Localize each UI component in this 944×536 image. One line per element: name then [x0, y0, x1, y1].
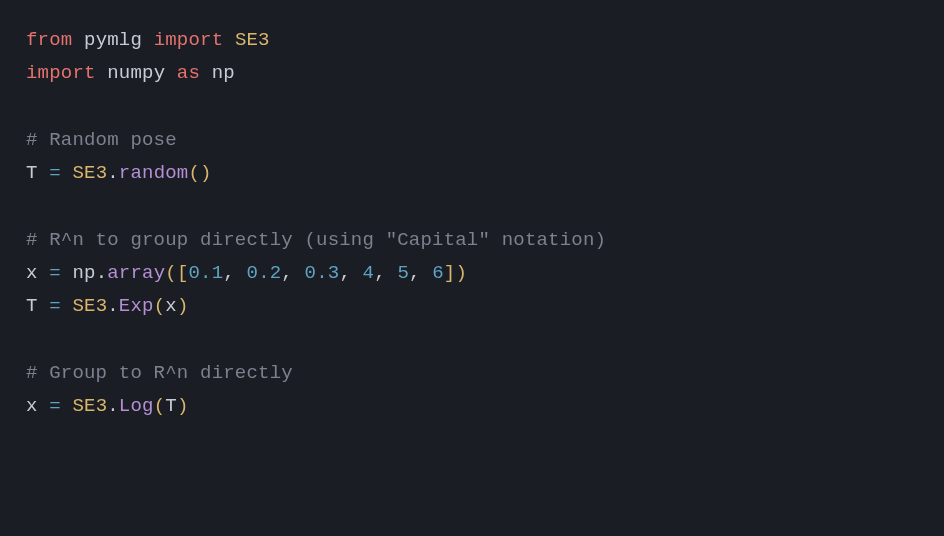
alias-np: np [212, 62, 235, 84]
line-t-exp: T = SE3.Exp(x) [26, 295, 189, 317]
operator-eq: = [49, 295, 61, 317]
class-se3: SE3 [72, 395, 107, 417]
method-exp: Exp [119, 295, 154, 317]
comment-group-to-rn: # Group to R^n directly [26, 362, 293, 384]
number: 4 [363, 262, 375, 284]
keyword-as: as [177, 62, 200, 84]
var-t: T [26, 162, 38, 184]
operator-eq: = [49, 395, 61, 417]
paren-open: ( [154, 395, 166, 417]
number: 0.1 [189, 262, 224, 284]
comma: , [409, 262, 421, 284]
paren-close: ) [177, 295, 189, 317]
number: 0.3 [305, 262, 340, 284]
paren-open: ( [165, 262, 177, 284]
module-pymlg: pymlg [84, 29, 142, 51]
arg-x: x [165, 295, 177, 317]
comma: , [223, 262, 235, 284]
dot: . [96, 262, 108, 284]
number: 0.2 [247, 262, 282, 284]
paren-open: ( [188, 162, 200, 184]
comma: , [281, 262, 293, 284]
keyword-from: from [26, 29, 72, 51]
operator-eq: = [49, 162, 61, 184]
class-se3: SE3 [235, 29, 270, 51]
var-x: x [26, 262, 38, 284]
method-array: array [107, 262, 165, 284]
line-t-random: T = SE3.random() [26, 162, 212, 184]
module-numpy: numpy [107, 62, 165, 84]
number: 5 [397, 262, 409, 284]
class-se3: SE3 [72, 295, 107, 317]
number: 6 [432, 262, 444, 284]
paren-close: ) [455, 262, 467, 284]
keyword-import: import [26, 62, 96, 84]
line-x-log: x = SE3.Log(T) [26, 395, 189, 417]
operator-eq: = [49, 262, 61, 284]
paren-close: ) [177, 395, 189, 417]
comment-random-pose: # Random pose [26, 129, 177, 151]
dot: . [107, 395, 119, 417]
method-random: random [119, 162, 189, 184]
obj-np: np [72, 262, 95, 284]
bracket-open: [ [177, 262, 189, 284]
line-x-array: x = np.array([0.1, 0.2, 0.3, 4, 5, 6]) [26, 262, 467, 284]
dot: . [107, 162, 119, 184]
var-t: T [26, 295, 38, 317]
paren-close: ) [200, 162, 212, 184]
line-import-1: from pymlg import SE3 [26, 29, 270, 51]
class-se3: SE3 [72, 162, 107, 184]
bracket-close: ] [444, 262, 456, 284]
line-import-2: import numpy as np [26, 62, 235, 84]
code-block: from pymlg import SE3 import numpy as np… [0, 0, 944, 447]
dot: . [107, 295, 119, 317]
method-log: Log [119, 395, 154, 417]
var-x: x [26, 395, 38, 417]
arg-t: T [165, 395, 177, 417]
comment-rn-to-group: # R^n to group directly (using "Capital"… [26, 229, 606, 251]
keyword-import: import [154, 29, 224, 51]
comma: , [374, 262, 386, 284]
comma: , [339, 262, 351, 284]
paren-open: ( [154, 295, 166, 317]
